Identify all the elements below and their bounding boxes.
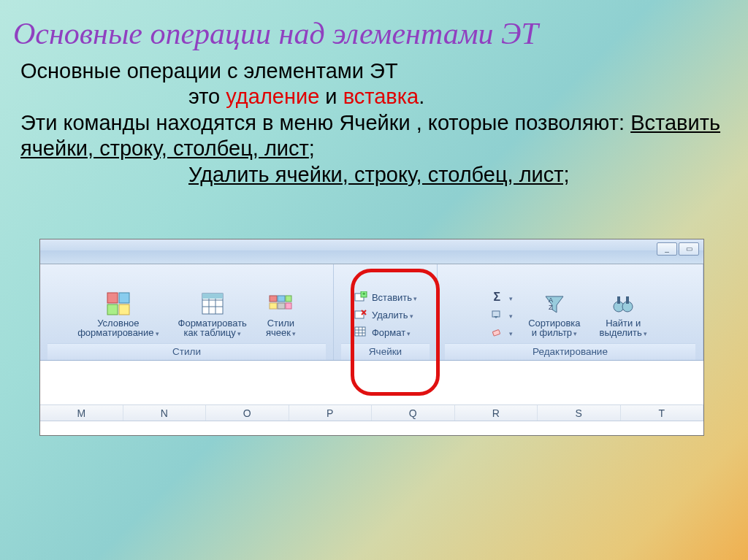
sp <box>508 327 513 338</box>
svg-rect-0 <box>107 293 118 303</box>
eraser-icon <box>489 326 504 339</box>
cell-styles-icon <box>267 291 294 317</box>
txt: ; <box>309 137 315 160</box>
label: Удалить <box>372 310 413 321</box>
label: Форматироватькак таблицу <box>178 318 247 338</box>
col-M[interactable]: M <box>40 405 123 421</box>
svg-rect-1 <box>119 293 129 303</box>
format-as-table-icon <box>199 291 226 317</box>
col-N[interactable]: N <box>123 405 207 421</box>
svg-rect-10 <box>270 296 277 302</box>
slide-title: Основные операции над элементами ЭТ <box>0 0 748 55</box>
underline-delete-list: Удалить ячейки, строку, столбец, лист; <box>188 163 570 186</box>
format-icon <box>354 326 368 339</box>
col-Q[interactable]: Q <box>372 405 455 421</box>
fill-icon <box>489 308 504 321</box>
fill-button[interactable] <box>486 307 516 323</box>
group-label-editing: Редактирование <box>445 343 695 360</box>
line-1: Основные операции с элементами ЭТ <box>20 58 728 84</box>
txt: . <box>419 85 424 108</box>
col-S[interactable]: S <box>538 405 621 421</box>
svg-text:+: + <box>362 291 366 297</box>
sort-filter-button[interactable]: AZ Сортировкаи фильтр <box>522 287 587 340</box>
insert-icon: + <box>354 291 368 304</box>
txt: Эти команды находятся в меню Ячейки , ко… <box>20 111 630 134</box>
svg-rect-15 <box>286 303 291 309</box>
format-cells-button[interactable]: Формат <box>351 324 413 340</box>
delete-cells-button[interactable]: Удалить <box>351 307 416 323</box>
ribbon-group-editing: Σ AZ Сортировкаи фильтр <box>438 264 703 360</box>
ribbon-group-styles: Условноеформатирование Форматироватькак … <box>40 264 334 360</box>
group-label-styles: Стили <box>47 343 326 360</box>
label: Стилиячеек <box>266 318 296 338</box>
window-titlebar: _ ▭ <box>40 239 703 264</box>
word-delete: удаление <box>226 85 319 108</box>
label: Вставить <box>372 292 417 303</box>
line-4: Удалить ячейки, строку, столбец, лист; <box>20 162 728 188</box>
body-text: Основные операции с элементами ЭТ это уд… <box>0 55 748 188</box>
autosum-button[interactable]: Σ <box>486 289 516 305</box>
line-2: это удаление и вставка. <box>20 84 728 110</box>
col-R[interactable]: R <box>455 405 538 421</box>
label: Условноеформатирование <box>77 318 159 338</box>
col-P[interactable]: P <box>289 405 373 421</box>
column-headers: M N O P Q R S T <box>40 404 703 421</box>
conditional-formatting-button[interactable]: Условноеформатирование <box>71 287 165 340</box>
label: Сортировкаи фильтр <box>528 318 580 338</box>
svg-rect-3 <box>119 304 129 315</box>
worksheet-area: M N O P Q R S T <box>40 361 703 435</box>
ribbon: Условноеформатирование Форматироватькак … <box>40 264 703 361</box>
col-O[interactable]: O <box>206 405 289 421</box>
word-insert: вставка <box>343 85 419 108</box>
svg-text:A: A <box>549 296 553 304</box>
txt: это <box>188 85 226 108</box>
svg-rect-2 <box>107 304 118 315</box>
window-controls: _ ▭ <box>657 242 699 256</box>
svg-rect-27 <box>492 311 500 317</box>
binoculars-icon <box>610 291 636 317</box>
sigma-icon: Σ <box>489 291 504 304</box>
sp <box>508 292 513 303</box>
svg-rect-28 <box>492 329 500 336</box>
svg-rect-34 <box>626 296 629 304</box>
ribbon-group-cells: + Вставить Удалить Формат Ячейк <box>334 264 438 360</box>
funnel-icon: AZ <box>541 291 568 317</box>
svg-rect-11 <box>278 296 285 302</box>
svg-text:Z: Z <box>549 304 553 311</box>
label: Найти ивыделить <box>600 318 647 338</box>
group-label-cells: Ячейки <box>341 343 430 360</box>
svg-rect-13 <box>270 303 277 309</box>
svg-rect-33 <box>617 296 620 304</box>
sp <box>508 310 513 321</box>
cell-styles-button[interactable]: Стилиячеек <box>259 287 302 340</box>
excel-ribbon-screenshot: _ ▭ Условноеформатирование Форматировать… <box>39 239 704 436</box>
svg-rect-12 <box>286 296 291 302</box>
maximize-button[interactable]: ▭ <box>679 242 699 256</box>
line-3: Эти команды находятся в меню Ячейки , ко… <box>20 110 728 162</box>
svg-rect-22 <box>355 327 365 336</box>
find-select-button[interactable]: Найти ивыделить <box>593 287 654 340</box>
insert-cells-button[interactable]: + Вставить <box>351 289 420 305</box>
svg-rect-14 <box>278 303 285 309</box>
label: Формат <box>372 327 411 338</box>
delete-icon <box>354 308 368 321</box>
conditional-formatting-icon <box>105 291 131 317</box>
format-as-table-button[interactable]: Форматироватькак таблицу <box>172 287 253 340</box>
clear-button[interactable] <box>486 324 516 340</box>
minimize-button[interactable]: _ <box>657 242 677 256</box>
col-T[interactable]: T <box>621 405 704 421</box>
txt: и <box>319 85 343 108</box>
svg-rect-9 <box>202 294 223 299</box>
